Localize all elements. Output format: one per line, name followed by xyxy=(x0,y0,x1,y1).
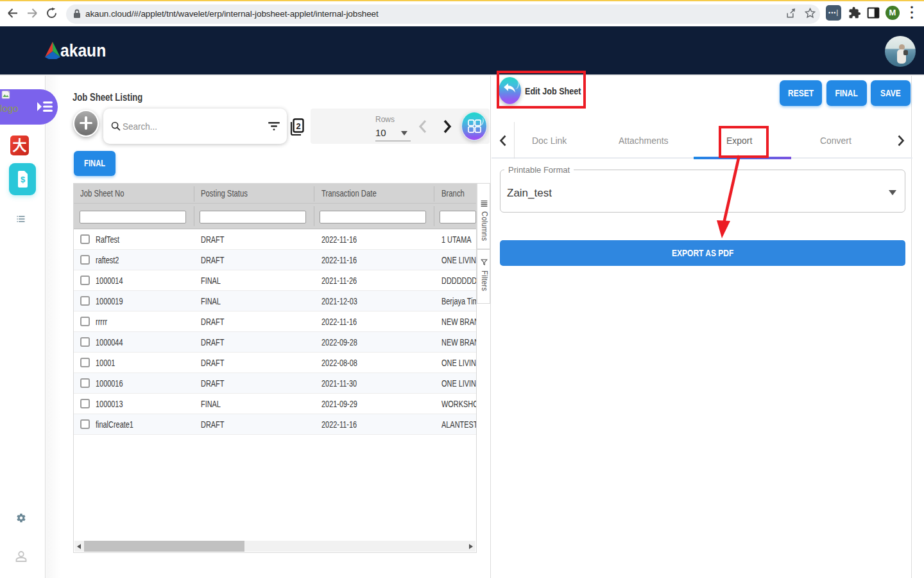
svg-text:$: $ xyxy=(21,175,26,184)
svg-text:2: 2 xyxy=(296,121,300,131)
